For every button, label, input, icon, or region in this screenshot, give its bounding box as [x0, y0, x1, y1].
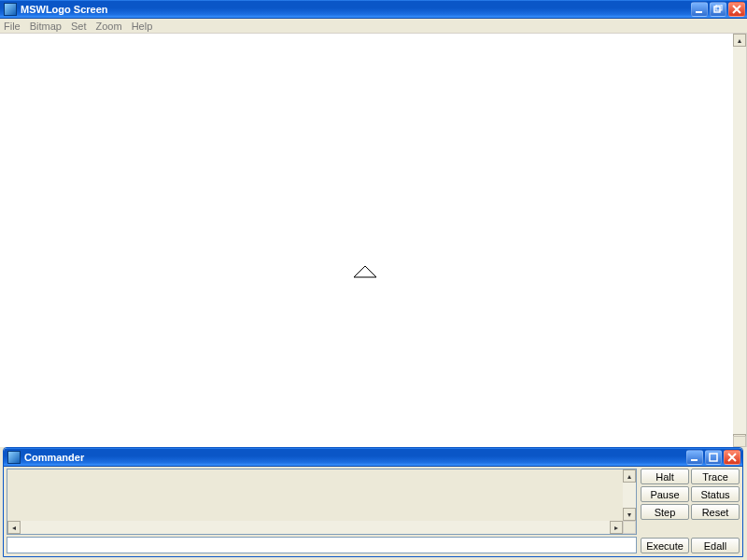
- close-button[interactable]: [728, 2, 745, 17]
- scroll-down-icon[interactable]: ▾: [623, 508, 636, 521]
- vertical-scrollbar[interactable]: ▴ ▾: [733, 34, 746, 447]
- status-button[interactable]: Status: [691, 486, 740, 502]
- svg-rect-1: [714, 7, 720, 12]
- svg-rect-4: [710, 454, 717, 461]
- svg-rect-0: [696, 11, 702, 13]
- svg-rect-2: [716, 5, 722, 10]
- main-title: MSWLogo Screen: [21, 4, 108, 15]
- minimize-button[interactable]: [691, 2, 708, 17]
- menu-file[interactable]: File: [4, 21, 21, 32]
- scroll-up-icon[interactable]: ▴: [623, 469, 636, 483]
- step-button[interactable]: Step: [641, 504, 689, 520]
- main-titlebar: MSWLogo Screen: [0, 0, 747, 19]
- commander-left: ▴ ▾ ◂ ▸: [7, 469, 637, 553]
- scroll-up-icon[interactable]: ▴: [733, 34, 746, 47]
- scroll-track[interactable]: [623, 483, 636, 508]
- history-horizontal-scrollbar[interactable]: ◂ ▸: [7, 521, 623, 534]
- commander-close-button[interactable]: [724, 450, 740, 465]
- commander-window: Commander ▴ ▾ ◂ ▸: [3, 447, 743, 557]
- execute-button[interactable]: Execute: [641, 538, 689, 553]
- commander-app-icon: [7, 451, 21, 464]
- resize-grip: [733, 436, 746, 447]
- restore-button[interactable]: [710, 2, 726, 17]
- scroll-track[interactable]: [21, 521, 610, 534]
- app-icon: [4, 3, 17, 16]
- reset-button[interactable]: Reset: [691, 504, 740, 520]
- commander-body: ▴ ▾ ◂ ▸ Halt Trace Pause: [4, 467, 742, 556]
- menubar: File Bitmap Set Zoom Help: [0, 19, 747, 34]
- history-box[interactable]: ▴ ▾ ◂ ▸: [7, 469, 637, 535]
- scroll-corner: [623, 521, 636, 534]
- commander-buttons: Halt Trace Pause Status Step Reset Execu…: [641, 469, 740, 553]
- menu-help[interactable]: Help: [132, 21, 153, 32]
- menu-set[interactable]: Set: [71, 21, 87, 32]
- menu-zoom[interactable]: Zoom: [96, 21, 122, 32]
- pause-button[interactable]: Pause: [641, 486, 689, 502]
- edall-button[interactable]: Edall: [691, 538, 740, 553]
- scroll-right-icon[interactable]: ▸: [610, 521, 623, 534]
- commander-minimize-button[interactable]: [686, 450, 703, 465]
- trace-button[interactable]: Trace: [691, 469, 740, 484]
- svg-rect-3: [691, 459, 698, 461]
- history-vertical-scrollbar[interactable]: ▴ ▾: [623, 469, 636, 521]
- halt-button[interactable]: Halt: [641, 469, 689, 484]
- command-input[interactable]: [7, 537, 637, 553]
- scroll-track[interactable]: [733, 47, 746, 434]
- scroll-left-icon[interactable]: ◂: [7, 521, 21, 534]
- commander-maximize-button[interactable]: [705, 450, 722, 465]
- menu-bitmap[interactable]: Bitmap: [30, 21, 62, 32]
- turtle-icon: [353, 265, 377, 278]
- canvas[interactable]: [0, 34, 733, 447]
- commander-titlebar: Commander: [4, 448, 742, 467]
- drawing-area: ▴ ▾: [0, 34, 747, 447]
- commander-title: Commander: [24, 452, 84, 463]
